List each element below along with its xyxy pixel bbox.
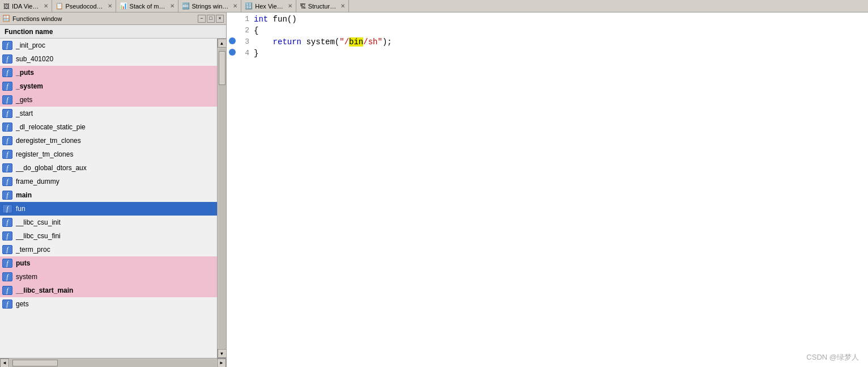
tab-stack[interactable]: 📊 Stack of m… ✕	[116, 0, 178, 12]
tab-stack-close[interactable]: ✕	[170, 3, 175, 9]
function-item--gets[interactable]: f_gets	[0, 93, 217, 107]
func-icon-0: f	[2, 41, 12, 50]
function-item-system[interactable]: fsystem	[0, 270, 217, 284]
tab-stack-icon: 📊	[120, 2, 127, 10]
tab-hex-view-icon: 🔢	[245, 2, 253, 10]
hscroll-track	[10, 359, 216, 367]
scroll-down-arrow[interactable]: ▼	[218, 349, 227, 358]
function-item-deregister-tm-clones[interactable]: fderegister_tm_clones	[0, 134, 217, 147]
tab-structur-icon: 🏗	[300, 3, 306, 10]
tab-ida-view-icon: 🖼	[3, 3, 10, 10]
function-item-puts[interactable]: fputs	[0, 256, 217, 270]
scroll-up-arrow[interactable]: ▲	[218, 39, 227, 48]
line-3-number: 3	[238, 37, 254, 46]
close-button[interactable]: ×	[216, 15, 224, 23]
func-icon-6: f	[2, 123, 12, 132]
tab-ida-view-close[interactable]: ✕	[44, 3, 48, 9]
func-name-17: system	[16, 273, 37, 281]
func-icon-16: f	[2, 259, 12, 268]
tab-structur-close[interactable]: ✕	[341, 3, 345, 9]
func-name-16: puts	[16, 259, 30, 267]
tab-strings-icon: 🔤	[182, 2, 190, 10]
code-line-3: 3 return system("/bin/sh");	[227, 37, 868, 49]
func-name-15: _term_proc	[16, 246, 50, 254]
func-icon-8: f	[2, 150, 12, 159]
keyword-return: return	[273, 37, 301, 47]
watermark: CSDN @绿梦人	[806, 352, 859, 362]
functions-list: f_init_procfsub_401020f_putsf_systemf_ge…	[0, 39, 217, 358]
tab-hex-view-label: Hex Vie…	[255, 3, 283, 10]
tab-pseudocode[interactable]: 📋 Pseudocod… ✕	[52, 0, 116, 12]
function-item---do-global-dtors-aux[interactable]: f__do_global_dtors_aux	[0, 161, 217, 175]
func-name-14: __libc_csu_fini	[16, 232, 61, 240]
functions-list-wrapper: f_init_procfsub_401020f_putsf_systemf_ge…	[0, 39, 226, 358]
functions-titlebar-title: 🪟 Functions window	[2, 15, 62, 22]
functions-title-text: Functions window	[12, 15, 62, 22]
tab-bar: 🖼 IDA Vie… ✕ 📋 Pseudocod… ✕ 📊 Stack of m…	[0, 0, 868, 12]
hscroll-right-arrow[interactable]: ▶	[217, 358, 226, 368]
function-item--init-proc[interactable]: f_init_proc	[0, 39, 217, 52]
func-name-9: __do_global_dtors_aux	[16, 164, 87, 172]
functions-titlebar: 🪟 Functions window − □ ×	[0, 12, 226, 25]
maximize-button[interactable]: □	[207, 15, 215, 23]
functions-scrollbar[interactable]: ▲ ▼	[217, 39, 226, 358]
string-slash: "/bin/sh"	[339, 37, 382, 47]
line-4-number: 4	[238, 49, 254, 57]
func-name-10: frame_dummy	[16, 178, 59, 185]
func-name-7: deregister_tm_clones	[16, 137, 81, 145]
function-item---libc-csu-fini[interactable]: f__libc_csu_fini	[0, 229, 217, 243]
scroll-thumb[interactable]	[219, 51, 225, 85]
code-content: 1 int fun() 2 { 3 return system("/bin/sh…	[227, 12, 868, 367]
tab-ida-view[interactable]: 🖼 IDA Vie… ✕	[0, 0, 52, 12]
tab-hex-view[interactable]: 🔢 Hex Vie… ✕	[241, 0, 296, 12]
function-item---libc-start-main[interactable]: f__libc_start_main	[0, 284, 217, 297]
function-item-main[interactable]: fmain	[0, 188, 217, 202]
minimize-button[interactable]: −	[198, 15, 206, 23]
tab-stack-label: Stack of m…	[130, 3, 165, 10]
tab-strings[interactable]: 🔤 Strings win… ✕	[178, 0, 242, 12]
functions-panel: 🪟 Functions window − □ × Function name f…	[0, 12, 227, 367]
code-line-2: 2 {	[227, 26, 868, 37]
scroll-track	[218, 48, 226, 348]
func-icon-3: f	[2, 82, 12, 91]
tab-ida-view-label: IDA Vie…	[12, 3, 39, 10]
func-icon-9: f	[2, 163, 12, 172]
tab-hex-view-close[interactable]: ✕	[288, 3, 292, 9]
tab-strings-close[interactable]: ✕	[233, 3, 237, 9]
line-2-code: {	[254, 26, 868, 35]
func-name-0: _init_proc	[16, 41, 45, 49]
func-name-1: sub_401020	[16, 55, 53, 63]
function-item-gets[interactable]: fgets	[0, 297, 217, 311]
line-3-bullet	[227, 37, 238, 44]
func-icon-18: f	[2, 286, 12, 295]
tab-structur[interactable]: 🏗 Structur… ✕	[296, 0, 350, 12]
func-name-3: _system	[16, 82, 43, 90]
func-name-11: main	[16, 191, 32, 199]
tab-pseudocode-label: Pseudocod…	[66, 3, 103, 10]
function-item-fun[interactable]: ffun	[0, 202, 217, 216]
function-item--term-proc[interactable]: f_term_proc	[0, 243, 217, 256]
func-name-6: _dl_relocate_static_pie	[16, 123, 86, 131]
hscroll-thumb[interactable]	[12, 360, 58, 366]
tab-pseudocode-close[interactable]: ✕	[108, 3, 112, 9]
func-icon-17: f	[2, 272, 12, 281]
hscroll-left-arrow[interactable]: ◀	[0, 358, 9, 368]
functions-hscroll[interactable]: ◀ ▶	[0, 358, 226, 367]
line-3-code: return system("/bin/sh");	[254, 37, 868, 47]
func-name-12: fun	[16, 205, 25, 213]
function-item-sub-401020[interactable]: fsub_401020	[0, 52, 217, 66]
function-item--start[interactable]: f_start	[0, 107, 217, 120]
func-icon-1: f	[2, 54, 12, 64]
function-item--system[interactable]: f_system	[0, 79, 217, 93]
breakpoint-dot-3	[229, 37, 236, 44]
func-icon-4: f	[2, 95, 12, 104]
func-icon-19: f	[2, 299, 12, 309]
breakpoint-dot-4	[229, 49, 236, 56]
tab-structur-label: Structur…	[308, 3, 337, 10]
function-item--dl-relocate-static-pie[interactable]: f_dl_relocate_static_pie	[0, 120, 217, 134]
function-item-register-tm-clones[interactable]: fregister_tm_clones	[0, 147, 217, 161]
function-item-frame-dummy[interactable]: fframe_dummy	[0, 175, 217, 188]
func-name-19: gets	[16, 300, 29, 308]
function-item---libc-csu-init[interactable]: f__libc_csu_init	[0, 216, 217, 229]
function-item--puts[interactable]: f_puts	[0, 66, 217, 79]
